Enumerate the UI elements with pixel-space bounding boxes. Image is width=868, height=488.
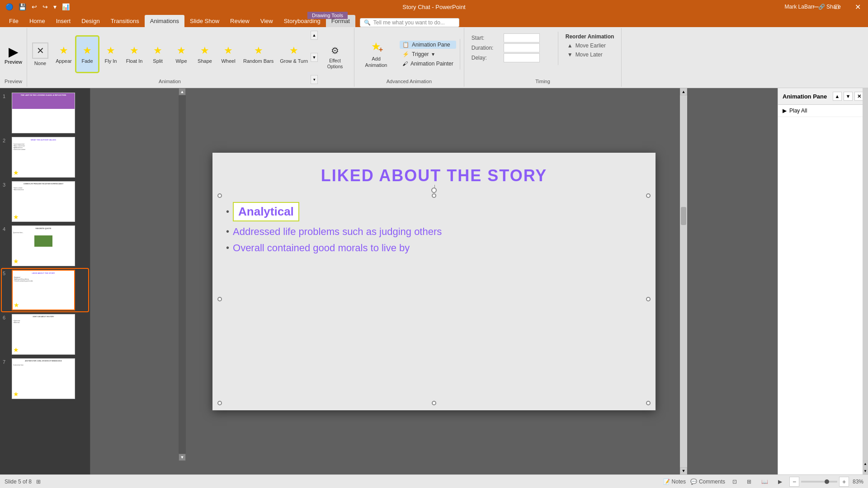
- save-button[interactable]: 💾: [17, 2, 28, 11]
- ribbon-tabs: File Home Insert Design Transitions Anim…: [0, 14, 868, 27]
- close-button[interactable]: ✕: [847, 0, 868, 14]
- slide-thumb-3[interactable]: 3 COMMON LIFE PROBLEMS THE AUTHOR IS WRI…: [2, 180, 88, 223]
- comments-button[interactable]: 💬 Comments: [690, 479, 725, 485]
- anim-pane-scroll-down[interactable]: ▼: [863, 467, 868, 474]
- slide-thumb-1[interactable]: 1 THE LADY IN THE LOOKING GLASS: A REFLE…: [2, 92, 88, 134]
- tab-transitions[interactable]: Transitions: [105, 15, 145, 27]
- vscroll-down[interactable]: ▼: [680, 467, 687, 474]
- bullet-content: • Analytical • Addressed life problems s…: [212, 193, 656, 263]
- animation-scroll-more[interactable]: ▾: [311, 75, 318, 84]
- slide-thumb-6[interactable]: 6 DIDN'T LIKE ABOUT THE STORY • Some tex…: [2, 313, 88, 356]
- delay-input[interactable]: [504, 53, 540, 62]
- bullet-1-dot: •: [226, 206, 229, 217]
- tab-file[interactable]: File: [4, 15, 24, 27]
- handle-mr[interactable]: [646, 297, 651, 301]
- zoom-in-button[interactable]: +: [839, 477, 849, 487]
- slide-image-1: THE LADY IN THE LOOKING GLASS: A REFLECT…: [12, 93, 75, 133]
- slide-title: LIKED ABOUT THE STORY: [212, 153, 656, 190]
- slide-thumb-7[interactable]: 7 ANOTHER STORY, SONG, OR MOVIE OF REMIN…: [2, 357, 88, 400]
- animation-pane-button[interactable]: 📋 Animation Pane: [400, 41, 456, 49]
- slide-image-6: DIDN'T LIKE ABOUT THE STORY • Some text•…: [12, 314, 75, 355]
- tab-animations[interactable]: Animations: [145, 15, 184, 27]
- animation-none-button[interactable]: ✕ None: [29, 36, 52, 72]
- anim-pane-down-button[interactable]: ▼: [844, 92, 853, 101]
- preview-button[interactable]: ▶ Preview: [5, 44, 22, 65]
- vscroll-up[interactable]: ▲: [680, 88, 687, 95]
- animation-fade-button[interactable]: ★ Fade: [76, 36, 99, 72]
- slide-thumb-2[interactable]: 2 WHAT THE AUTHOR VALUES • Lorem ipsum t…: [2, 136, 88, 178]
- animation-wipe-button[interactable]: ★ Wipe: [170, 36, 193, 72]
- undo-button[interactable]: ↩: [30, 2, 39, 11]
- zoom-level[interactable]: 83%: [853, 479, 863, 485]
- animation-float-in-button[interactable]: ★ Float In: [123, 36, 146, 72]
- notes-button[interactable]: 📝 Notes: [663, 479, 686, 485]
- animation-wheel-button[interactable]: ★ Wheel: [217, 36, 240, 72]
- animation-scroll-down[interactable]: ▼: [311, 53, 318, 62]
- customize-quick-access[interactable]: ▾: [52, 2, 58, 11]
- animation-split-button[interactable]: ★ Split: [146, 36, 169, 72]
- move-later-button[interactable]: ▼ Move Later: [566, 51, 614, 59]
- slideshow-button[interactable]: ▶: [775, 478, 785, 486]
- minimize-button[interactable]: ─: [806, 0, 826, 14]
- handle-bl[interactable]: [217, 401, 222, 405]
- slide-image-5: LIKED ABOUT THE STORY • Analytical• Addr…: [12, 270, 75, 310]
- tab-view[interactable]: View: [255, 15, 278, 27]
- redo-button[interactable]: ↪: [41, 2, 50, 11]
- effect-options-icon: ⚙: [331, 45, 339, 56]
- reading-view-button[interactable]: 📖: [759, 478, 771, 486]
- scroll-down-button[interactable]: ▼: [179, 454, 186, 461]
- rotate-handle[interactable]: [431, 188, 437, 193]
- animation-random-bars-button[interactable]: ★ Random Bars: [241, 36, 276, 72]
- anim-pane-up-button[interactable]: ▲: [833, 92, 842, 101]
- start-input[interactable]: [504, 33, 540, 42]
- duration-label: Duration:: [472, 45, 501, 51]
- slide-thumb-4[interactable]: 4 FAVORITE QUOTE Quote text here... ★: [2, 225, 88, 267]
- bullet-2-row: • Addressed life problems such as judgin…: [226, 226, 642, 238]
- animation-group-label: Animation: [29, 79, 311, 85]
- animation-grow-turn-button[interactable]: ★ Grow & Turn: [277, 36, 311, 72]
- zoom-out-button[interactable]: −: [789, 477, 799, 487]
- delay-label: Delay:: [472, 55, 501, 61]
- slide-info: Slide 5 of 8: [5, 479, 32, 485]
- slide-star-6: ★: [13, 346, 19, 353]
- tab-review[interactable]: Review: [225, 15, 255, 27]
- animation-shape-button[interactable]: ★ Shape: [193, 36, 216, 72]
- ribbon: ▶ Preview Preview ✕ None ★ Appear: [0, 27, 868, 88]
- timing-group-label: Timing: [535, 79, 550, 85]
- animation-scroll-up[interactable]: ▲: [311, 31, 318, 40]
- handle-ml[interactable]: [217, 297, 222, 301]
- search-placeholder[interactable]: Tell me what you want to do...: [373, 19, 445, 26]
- scroll-up-button[interactable]: ▲: [179, 88, 186, 95]
- play-all-button[interactable]: ▶ Play All: [778, 105, 868, 117]
- duration-input[interactable]: [504, 43, 540, 52]
- vertical-scrollbar: ▲ ▼: [680, 88, 687, 474]
- grow-turn-label: Grow & Turn: [280, 58, 308, 64]
- add-animation-button[interactable]: ★+ Add Animation: [358, 34, 394, 75]
- tab-insert[interactable]: Insert: [51, 15, 76, 27]
- advanced-content: ★+ Add Animation 📋 Animation Pane ⚡ Trig…: [358, 30, 460, 79]
- advanced-animation-group: 📋 Animation Pane ⚡ Trigger ▾ 🖌 Animation…: [396, 39, 460, 70]
- bullet-2-text: Addressed life problems such as judging …: [233, 226, 442, 238]
- animation-appear-button[interactable]: ★ Appear: [52, 36, 75, 72]
- restore-button[interactable]: □: [826, 0, 847, 14]
- zoom-slider[interactable]: [801, 481, 837, 483]
- trigger-button[interactable]: ⚡ Trigger ▾: [400, 50, 456, 58]
- animation-pane-panel: Animation Pane ▲ ▼ ✕ ▶ Play All ▲ ▼: [778, 88, 868, 474]
- slide-thumb-5[interactable]: 5 LIKED ABOUT THE STORY • Analytical• Ad…: [2, 269, 88, 311]
- handle-br[interactable]: [646, 401, 651, 405]
- tab-home[interactable]: Home: [24, 15, 51, 27]
- zoom-slider-thumb[interactable]: [825, 479, 829, 484]
- animation-fly-in-button[interactable]: ★ Fly In: [99, 36, 122, 72]
- handle-bm[interactable]: [432, 401, 436, 405]
- tab-slideshow[interactable]: Slide Show: [184, 15, 225, 27]
- tab-design[interactable]: Design: [76, 15, 105, 27]
- move-earlier-button[interactable]: ▲ Move Earlier: [566, 42, 614, 50]
- animation-painter-button[interactable]: 🖌 Animation Painter: [400, 60, 456, 68]
- normal-view-button[interactable]: ⊡: [730, 478, 740, 486]
- vscroll-thumb[interactable]: [681, 207, 686, 225]
- anim-pane-close-button[interactable]: ✕: [854, 92, 863, 101]
- anim-pane-scroll-up[interactable]: ▲: [863, 460, 868, 467]
- animation-pane-header: Animation Pane ▲ ▼ ✕: [778, 88, 868, 105]
- slide-sorter-button[interactable]: ⊞: [744, 478, 754, 486]
- effect-options-button[interactable]: ⚙ Effect Options: [318, 39, 352, 75]
